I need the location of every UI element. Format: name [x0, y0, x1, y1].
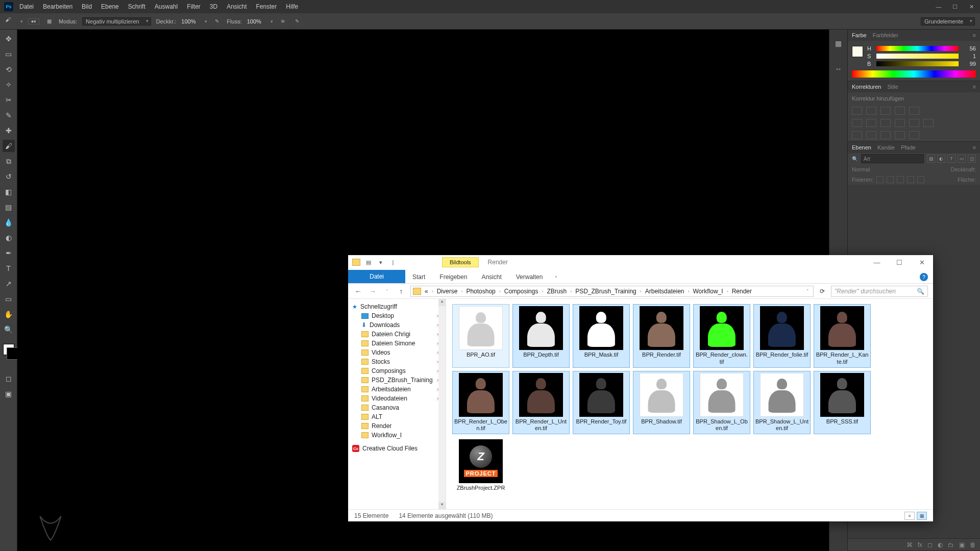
file-item[interactable]: BPR_Depth.tif	[512, 304, 570, 368]
tree-videos[interactable]: Videos	[348, 348, 446, 357]
nav-history-dd[interactable]: ˅	[382, 289, 392, 294]
lasso-tool-icon[interactable]: ⟲	[3, 63, 15, 76]
menu-filter[interactable]: Filter	[187, 3, 201, 10]
file-item[interactable]: BPR_Render_L_Oben.tif	[452, 371, 509, 435]
pen-tool-icon[interactable]: ✒	[3, 247, 15, 259]
menu-3d[interactable]: 3D	[210, 3, 217, 10]
adj-invert-icon[interactable]	[923, 119, 934, 127]
tree-training[interactable]: PSD_ZBrush_Training	[348, 375, 446, 385]
panel-menu-icon[interactable]: ≡	[973, 84, 976, 90]
adj-lut-icon[interactable]	[909, 119, 919, 127]
crumb-dd-icon[interactable]: ˅	[804, 289, 811, 294]
search-input[interactable]: "Render" durchsuchen 🔍	[831, 286, 928, 297]
adj-hue-icon[interactable]	[852, 119, 862, 127]
tab-farbe[interactable]: Farbe	[852, 32, 867, 38]
ps-maximize-button[interactable]: ☐	[950, 4, 960, 10]
ribbon-tab-ansicht[interactable]: Ansicht	[474, 271, 508, 283]
tab-ebenen[interactable]: Ebenen	[852, 144, 871, 151]
menu-ansicht[interactable]: Ansicht	[227, 3, 247, 10]
heal-tool-icon[interactable]: ✚	[3, 124, 15, 137]
zoom-tool-icon[interactable]: 🔍	[3, 323, 15, 336]
adj-photo-icon[interactable]	[880, 119, 891, 127]
workspace-dropdown[interactable]: Grundelemente	[921, 17, 975, 26]
file-item[interactable]: BPR_Render.tif	[633, 304, 690, 368]
file-item[interactable]: BPR_Render_Toy.tif	[573, 371, 630, 435]
nav-back-button[interactable]: ←	[353, 287, 363, 295]
ps-close-button[interactable]: ✕	[967, 4, 976, 10]
menu-fenster[interactable]: Fenster	[256, 3, 277, 10]
filter-type-icon[interactable]: T	[947, 155, 955, 163]
b-value[interactable]: 99	[962, 61, 976, 67]
crumb-photoshop[interactable]: Photoshop	[464, 288, 497, 295]
opacity-input[interactable]: 100%	[181, 18, 200, 24]
crumb-zbrush[interactable]: ZBrush	[545, 288, 568, 295]
search-icon[interactable]: 🔍	[917, 288, 924, 295]
explorer-maximize-button[interactable]: ☐	[888, 259, 911, 266]
flow-input[interactable]: 100%	[247, 18, 265, 24]
ps-minimize-button[interactable]: —	[934, 4, 943, 10]
crumb-composings[interactable]: Composings	[503, 288, 540, 295]
tab-farbfelder[interactable]: Farbfelder	[873, 32, 898, 38]
refresh-button[interactable]: ⟳	[818, 288, 827, 295]
crumb-training[interactable]: PSD_ZBrush_Training	[574, 288, 638, 295]
crumb-diverse[interactable]: Diverse	[435, 288, 459, 295]
tree-desktop[interactable]: Desktop	[348, 311, 446, 320]
wand-tool-icon[interactable]: ✧	[3, 79, 15, 91]
file-item[interactable]: BPR_Shadow.tif	[633, 371, 690, 435]
filter-smart-icon[interactable]: ◫	[968, 155, 976, 163]
adj-grad-icon[interactable]	[880, 131, 891, 139]
adj-bw-icon[interactable]	[866, 119, 876, 127]
ribbon-collapse-icon[interactable]: ˅	[550, 273, 562, 283]
trash-icon[interactable]: 🗑	[970, 541, 976, 548]
file-grid[interactable]: BPR_AO.tifBPR_Depth.tifBPR_Mask.tifBPR_R…	[446, 299, 933, 509]
gradient-tool-icon[interactable]: ▤	[3, 201, 15, 213]
menu-bearbeiten[interactable]: Bearbeiten	[43, 3, 72, 10]
pressure-opacity-icon[interactable]: ✎	[212, 17, 222, 26]
adj-brightness-icon[interactable]	[852, 107, 862, 115]
layers-filter-dd[interactable]: Art	[861, 154, 924, 163]
filter-shape-icon[interactable]: ▭	[958, 155, 966, 163]
filter-pixel-icon[interactable]: ▧	[927, 155, 935, 163]
blend-mode-dropdown[interactable]: Negativ multiplizieren	[82, 17, 151, 26]
menu-datei[interactable]: Datei	[19, 3, 34, 10]
lock-pixel-icon[interactable]	[887, 176, 894, 183]
file-item-zpr[interactable]: ZPROJECTZBrushProject.ZPR	[452, 437, 509, 494]
adj-curves-icon[interactable]	[880, 107, 891, 115]
menu-ebene[interactable]: Ebene	[101, 3, 119, 10]
crumb-arbeit[interactable]: Arbeitsdateien	[644, 288, 686, 295]
color-swatch-icon[interactable]	[3, 344, 14, 355]
lock-pos-icon[interactable]	[897, 176, 904, 183]
tree-dateien-simone[interactable]: Dateien Simone	[348, 339, 446, 348]
h-value[interactable]: 56	[962, 45, 976, 52]
lock-trans-icon[interactable]	[876, 176, 884, 183]
tree-scrollbar[interactable]: ▴▾	[438, 299, 446, 509]
dodge-tool-icon[interactable]: ◐	[3, 232, 15, 244]
qat-props-icon[interactable]: ▤	[364, 258, 373, 266]
filter-adj-icon[interactable]: ◐	[937, 155, 945, 163]
panel-menu-icon[interactable]: ≡	[973, 32, 976, 38]
file-item[interactable]: BPR_SSS.tif	[814, 371, 871, 435]
path-tool-icon[interactable]: ↗	[3, 278, 15, 290]
tree-dateien-chrigi[interactable]: Dateien Chrigi	[348, 330, 446, 339]
file-item[interactable]: BPR_Render_L_Unten.tif	[512, 371, 570, 435]
tree-creative-cloud[interactable]: CcCreative Cloud Files	[348, 444, 446, 453]
ribbon-tab-start[interactable]: Start	[405, 271, 432, 283]
group-icon[interactable]: 🗀	[948, 541, 954, 548]
tree-videodateien[interactable]: Videodateien	[348, 394, 446, 403]
lock-art-icon[interactable]	[907, 176, 914, 183]
crumb-render[interactable]: Render	[730, 288, 753, 295]
brush-tool-icon[interactable]: 🖌	[3, 140, 15, 152]
s-value[interactable]: 1	[962, 53, 976, 59]
tree-downloads[interactable]: ⬇Downloads	[348, 320, 446, 330]
ribbon-tab-freigeben[interactable]: Freigeben	[432, 271, 474, 283]
pressure-size-icon[interactable]: ✎	[292, 17, 302, 26]
file-item[interactable]: BPR_Render_clown.tif	[693, 304, 750, 368]
breadcrumb[interactable]: «› Diverse› Photoshop› Composings› ZBrus…	[410, 286, 814, 297]
menu-auswahl[interactable]: Auswahl	[155, 3, 178, 10]
bri-slider[interactable]	[876, 61, 959, 66]
sat-slider[interactable]	[876, 54, 959, 59]
new-layer-icon[interactable]: ▣	[959, 541, 965, 548]
color-ramp[interactable]	[852, 70, 976, 78]
adj-thresh-icon[interactable]	[866, 131, 876, 139]
history-panel-icon[interactable]: ▦	[833, 38, 844, 49]
